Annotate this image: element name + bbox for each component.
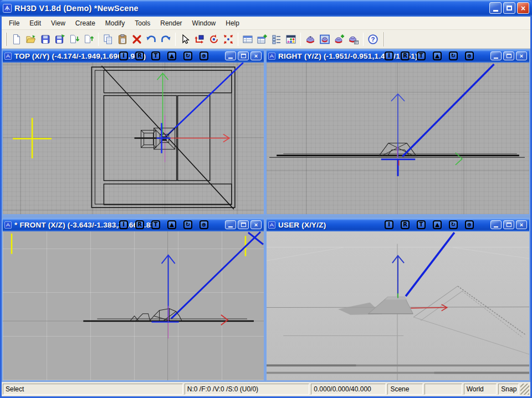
resize-grip[interactable] (520, 384, 529, 395)
vp-button-t[interactable]: T (151, 51, 160, 60)
viewport-right-canvas[interactable] (267, 63, 529, 214)
viewport-close-button[interactable]: × (250, 51, 262, 60)
viewport-minimize-button[interactable] (490, 51, 502, 60)
viewport-right[interactable]: RIGHT (Y/Z) (-1.951/-0.951,1.497/1.951).… (265, 49, 530, 215)
viewport-top[interactable]: TOP (X/Y) (-4.174/-1.949,1.696/1.949) I … (2, 49, 265, 215)
vp-button-i[interactable]: I (119, 51, 128, 60)
vp-button-triangle[interactable]: ▲ (433, 51, 442, 60)
menu-render[interactable]: Render (155, 18, 187, 29)
maximize-button[interactable] (503, 2, 515, 14)
vp-pan-button[interactable]: ⊕ (200, 51, 208, 60)
menu-window[interactable]: Window (187, 18, 221, 29)
vp-button-t[interactable]: T (417, 51, 426, 60)
close-button[interactable]: × (517, 2, 529, 14)
open-button[interactable] (24, 32, 38, 46)
save-as-button[interactable] (53, 32, 67, 46)
viewport-user-canvas[interactable] (267, 231, 529, 380)
viewport-maximize-button[interactable] (503, 51, 514, 60)
object-list-button[interactable] (269, 32, 284, 46)
redo-button[interactable] (158, 32, 173, 46)
render-scene-button[interactable] (303, 32, 318, 46)
color-palette-icon (285, 34, 296, 45)
vp-pan-button[interactable]: ⊕ (465, 51, 474, 60)
render-window-button[interactable] (318, 32, 332, 46)
menu-view[interactable]: View (46, 18, 70, 29)
viewport-user-titlebar[interactable]: USER (X/Y/Z) I R T ▲ ↻ ⊕ × (267, 219, 529, 231)
minimize-button[interactable] (489, 2, 502, 14)
viewport-close-button[interactable]: × (516, 220, 527, 229)
vp-button-r[interactable]: R (135, 51, 144, 60)
scale-icon (223, 34, 234, 45)
vp-rotate-button[interactable]: ↻ (183, 51, 192, 60)
menu-tools[interactable]: Tools (130, 18, 155, 29)
menu-help[interactable]: Help (221, 18, 244, 29)
vp-pan-button[interactable]: ⊕ (465, 220, 474, 229)
new-button[interactable] (9, 32, 24, 46)
viewport-front[interactable]: * FRONT (X/Z) (-3.643/-1.383,2.166/1.83.… (2, 218, 265, 381)
render-settings-button[interactable] (346, 32, 361, 46)
vp-button-triangle[interactable]: ▲ (167, 220, 176, 229)
window-title: RH3D V1.8d (Demo) *NewScene (14, 4, 139, 13)
viewport-minimize-button[interactable] (225, 51, 236, 60)
viewport-close-button[interactable]: × (250, 220, 262, 229)
menu-edit[interactable]: Edit (24, 18, 46, 29)
viewport-top-canvas[interactable] (3, 63, 264, 214)
vp-button-triangle[interactable]: ▲ (167, 51, 176, 60)
vp-button-i[interactable]: I (385, 220, 393, 229)
viewport-toolbar: I R T ▲ ↻ ⊕ (119, 51, 208, 60)
vp-rotate-button[interactable]: ↻ (449, 220, 458, 229)
render-add-button[interactable] (332, 32, 346, 46)
vp-button-r[interactable]: R (135, 220, 144, 229)
new-document-icon (11, 34, 22, 45)
viewport-maximize-button[interactable] (503, 220, 514, 229)
material-list-button[interactable] (241, 32, 255, 46)
menu-create[interactable]: Create (70, 18, 100, 29)
vp-button-r[interactable]: R (401, 51, 410, 60)
menu-file[interactable]: File (4, 18, 24, 29)
vp-button-triangle[interactable]: ▲ (433, 220, 442, 229)
save-button[interactable] (38, 32, 53, 46)
export-button[interactable] (81, 32, 96, 46)
undo-arrow-icon (146, 34, 157, 45)
rotate-button[interactable] (207, 32, 221, 46)
viewport-front-titlebar[interactable]: * FRONT (X/Z) (-3.643/-1.383,2.166/1.83.… (3, 219, 264, 231)
copy-button[interactable] (101, 32, 115, 46)
vp-pan-button[interactable]: ⊕ (200, 220, 208, 229)
viewport-top-titlebar[interactable]: TOP (X/Y) (-4.174/-1.949,1.696/1.949) I … (3, 50, 264, 63)
import-button[interactable] (67, 32, 81, 46)
close-icon: × (254, 221, 258, 228)
toolbar-grip[interactable] (5, 33, 7, 46)
vp-rotate-button[interactable]: ↻ (449, 51, 458, 60)
save-as-icon (54, 34, 65, 45)
right-view-drawing (267, 63, 529, 214)
scale-button[interactable] (221, 32, 236, 46)
titlebar[interactable]: RH3D V1.8d (Demo) *NewScene × (0, 0, 532, 17)
menubar: File Edit View Create Modify Tools Rende… (2, 17, 530, 30)
viewport-front-canvas[interactable] (3, 231, 264, 380)
viewport-minimize-button[interactable] (225, 220, 236, 229)
front-view-drawing (3, 231, 264, 380)
vp-rotate-button[interactable]: ↻ (183, 220, 192, 229)
vp-button-i[interactable]: I (119, 220, 128, 229)
select-button[interactable] (178, 32, 192, 46)
vp-button-i[interactable]: I (385, 51, 393, 60)
vp-button-t[interactable]: T (417, 220, 426, 229)
paste-button[interactable] (115, 32, 130, 46)
viewport-close-button[interactable]: × (516, 51, 527, 60)
vp-button-r[interactable]: R (401, 220, 410, 229)
delete-button[interactable] (130, 32, 144, 46)
menu-modify[interactable]: Modify (100, 18, 130, 29)
vp-button-t[interactable]: T (151, 220, 160, 229)
viewport-right-titlebar[interactable]: RIGHT (Y/Z) (-1.951/-0.951,1.497/1.951).… (267, 50, 529, 63)
page-up-arrow-icon (83, 34, 94, 45)
move-button[interactable] (192, 32, 207, 46)
toolbar-separator (98, 33, 99, 46)
viewport-maximize-button[interactable] (238, 220, 249, 229)
undo-button[interactable] (144, 32, 158, 46)
viewport-minimize-button[interactable] (490, 220, 502, 229)
material-add-button[interactable] (255, 32, 269, 46)
viewport-maximize-button[interactable] (238, 51, 249, 60)
color-palette-button[interactable] (284, 32, 298, 46)
help-button[interactable]: ? (366, 32, 380, 46)
viewport-user[interactable]: USER (X/Y/Z) I R T ▲ ↻ ⊕ × (265, 218, 530, 381)
